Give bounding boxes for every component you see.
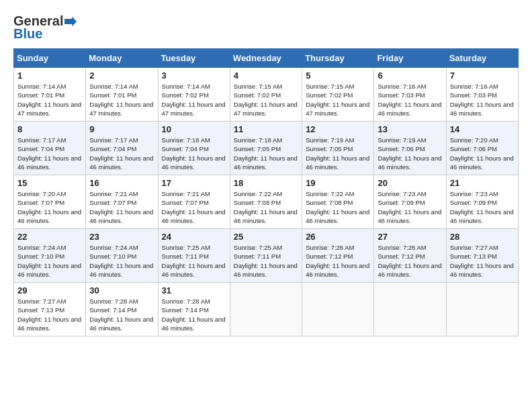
weekday-header-friday: Friday	[374, 49, 446, 68]
day-info: Sunrise: 7:16 AM Sunset: 7:03 PM Dayligh…	[450, 82, 515, 118]
day-number: 14	[450, 124, 515, 134]
calendar-cell: 2Sunrise: 7:14 AM Sunset: 7:01 PM Daylig…	[86, 68, 158, 122]
calendar-cell: 14Sunrise: 7:20 AM Sunset: 7:06 PM Dayli…	[446, 122, 518, 175]
calendar-cell: 24Sunrise: 7:25 AM Sunset: 7:11 PM Dayli…	[158, 229, 230, 283]
logo-blue: Blue	[13, 26, 42, 42]
day-number: 16	[89, 178, 154, 188]
day-number: 9	[89, 124, 154, 134]
day-number: 22	[17, 232, 82, 242]
calendar-cell: 27Sunrise: 7:26 AM Sunset: 7:12 PM Dayli…	[374, 229, 446, 283]
day-number: 13	[378, 124, 442, 134]
day-info: Sunrise: 7:25 AM Sunset: 7:11 PM Dayligh…	[234, 243, 298, 279]
calendar-cell: 17Sunrise: 7:21 AM Sunset: 7:07 PM Dayli…	[158, 175, 230, 229]
calendar-cell: 7Sunrise: 7:16 AM Sunset: 7:03 PM Daylig…	[446, 68, 518, 122]
day-number: 26	[306, 232, 370, 242]
day-info: Sunrise: 7:20 AM Sunset: 7:06 PM Dayligh…	[450, 136, 515, 171]
calendar-cell: 19Sunrise: 7:22 AM Sunset: 7:08 PM Dayli…	[302, 175, 374, 229]
day-number: 27	[378, 232, 442, 242]
calendar-cell: 31Sunrise: 7:28 AM Sunset: 7:14 PM Dayli…	[158, 283, 230, 336]
day-info: Sunrise: 7:22 AM Sunset: 7:08 PM Dayligh…	[306, 189, 370, 225]
calendar-cell: 25Sunrise: 7:25 AM Sunset: 7:11 PM Dayli…	[230, 229, 302, 283]
day-info: Sunrise: 7:19 AM Sunset: 7:06 PM Dayligh…	[378, 136, 442, 171]
calendar-table: SundayMondayTuesdayWednesdayThursdayFrid…	[13, 48, 519, 336]
day-info: Sunrise: 7:18 AM Sunset: 7:04 PM Dayligh…	[162, 136, 226, 171]
calendar-cell: 15Sunrise: 7:20 AM Sunset: 7:07 PM Dayli…	[14, 175, 86, 229]
day-info: Sunrise: 7:18 AM Sunset: 7:05 PM Dayligh…	[234, 136, 298, 171]
calendar-cell: 26Sunrise: 7:26 AM Sunset: 7:12 PM Dayli…	[302, 229, 374, 283]
day-info: Sunrise: 7:19 AM Sunset: 7:05 PM Dayligh…	[306, 136, 370, 171]
logo-arrow-icon	[64, 16, 77, 27]
day-number: 10	[162, 124, 226, 134]
day-number: 5	[306, 71, 370, 81]
calendar-header-row: SundayMondayTuesdayWednesdayThursdayFrid…	[14, 49, 519, 68]
day-info: Sunrise: 7:17 AM Sunset: 7:04 PM Dayligh…	[17, 136, 82, 171]
calendar-cell: 21Sunrise: 7:23 AM Sunset: 7:09 PM Dayli…	[446, 175, 518, 229]
day-number: 21	[450, 178, 515, 188]
day-info: Sunrise: 7:15 AM Sunset: 7:02 PM Dayligh…	[306, 82, 370, 118]
day-number: 1	[17, 71, 82, 81]
day-number: 7	[450, 71, 515, 81]
calendar-cell: 28Sunrise: 7:27 AM Sunset: 7:13 PM Dayli…	[446, 229, 518, 283]
day-info: Sunrise: 7:23 AM Sunset: 7:09 PM Dayligh…	[378, 189, 442, 225]
day-info: Sunrise: 7:14 AM Sunset: 7:02 PM Dayligh…	[162, 82, 226, 118]
day-info: Sunrise: 7:27 AM Sunset: 7:13 PM Dayligh…	[450, 243, 515, 279]
calendar-week-row: 8Sunrise: 7:17 AM Sunset: 7:04 PM Daylig…	[14, 122, 519, 175]
day-info: Sunrise: 7:14 AM Sunset: 7:01 PM Dayligh…	[17, 82, 82, 118]
day-number: 25	[234, 232, 298, 242]
day-number: 20	[378, 178, 442, 188]
day-number: 12	[306, 124, 370, 134]
calendar-week-row: 1Sunrise: 7:14 AM Sunset: 7:01 PM Daylig…	[14, 68, 519, 122]
day-info: Sunrise: 7:24 AM Sunset: 7:10 PM Dayligh…	[17, 243, 82, 279]
day-info: Sunrise: 7:15 AM Sunset: 7:02 PM Dayligh…	[234, 82, 298, 118]
day-info: Sunrise: 7:27 AM Sunset: 7:13 PM Dayligh…	[17, 297, 82, 332]
day-info: Sunrise: 7:26 AM Sunset: 7:12 PM Dayligh…	[306, 243, 370, 279]
day-info: Sunrise: 7:28 AM Sunset: 7:14 PM Dayligh…	[162, 297, 226, 332]
day-info: Sunrise: 7:16 AM Sunset: 7:03 PM Dayligh…	[378, 82, 442, 118]
day-info: Sunrise: 7:23 AM Sunset: 7:09 PM Dayligh…	[450, 189, 515, 225]
weekday-header-thursday: Thursday	[302, 49, 374, 68]
calendar-cell: 12Sunrise: 7:19 AM Sunset: 7:05 PM Dayli…	[302, 122, 374, 175]
day-number: 4	[234, 71, 298, 81]
calendar-cell: 4Sunrise: 7:15 AM Sunset: 7:02 PM Daylig…	[230, 68, 302, 122]
day-number: 18	[234, 178, 298, 188]
day-number: 2	[89, 71, 154, 81]
day-info: Sunrise: 7:21 AM Sunset: 7:07 PM Dayligh…	[162, 189, 226, 225]
day-number: 24	[162, 232, 226, 242]
page-header: General Blue	[13, 13, 519, 42]
day-number: 17	[162, 178, 226, 188]
day-number: 8	[17, 124, 82, 134]
calendar-cell: 3Sunrise: 7:14 AM Sunset: 7:02 PM Daylig…	[158, 68, 230, 122]
calendar-week-row: 22Sunrise: 7:24 AM Sunset: 7:10 PM Dayli…	[14, 229, 519, 283]
day-info: Sunrise: 7:14 AM Sunset: 7:01 PM Dayligh…	[89, 82, 154, 118]
calendar-cell: 23Sunrise: 7:24 AM Sunset: 7:10 PM Dayli…	[86, 229, 158, 283]
day-number: 29	[17, 285, 82, 295]
calendar-week-row: 29Sunrise: 7:27 AM Sunset: 7:13 PM Dayli…	[14, 283, 519, 336]
day-number: 30	[89, 285, 154, 295]
day-number: 11	[234, 124, 298, 134]
calendar-cell: 8Sunrise: 7:17 AM Sunset: 7:04 PM Daylig…	[14, 122, 86, 175]
calendar-cell	[446, 283, 518, 336]
calendar-cell: 30Sunrise: 7:28 AM Sunset: 7:14 PM Dayli…	[86, 283, 158, 336]
calendar-cell: 11Sunrise: 7:18 AM Sunset: 7:05 PM Dayli…	[230, 122, 302, 175]
calendar-cell: 22Sunrise: 7:24 AM Sunset: 7:10 PM Dayli…	[14, 229, 86, 283]
day-number: 19	[306, 178, 370, 188]
calendar-cell: 20Sunrise: 7:23 AM Sunset: 7:09 PM Dayli…	[374, 175, 446, 229]
calendar-cell: 16Sunrise: 7:21 AM Sunset: 7:07 PM Dayli…	[86, 175, 158, 229]
day-number: 6	[378, 71, 442, 81]
weekday-header-tuesday: Tuesday	[158, 49, 230, 68]
calendar-cell	[230, 283, 302, 336]
calendar-cell	[302, 283, 374, 336]
calendar-cell: 29Sunrise: 7:27 AM Sunset: 7:13 PM Dayli…	[14, 283, 86, 336]
weekday-header-sunday: Sunday	[14, 49, 86, 68]
day-number: 28	[450, 232, 515, 242]
day-number: 23	[89, 232, 154, 242]
day-info: Sunrise: 7:24 AM Sunset: 7:10 PM Dayligh…	[89, 243, 154, 279]
calendar-cell: 6Sunrise: 7:16 AM Sunset: 7:03 PM Daylig…	[374, 68, 446, 122]
calendar-cell: 10Sunrise: 7:18 AM Sunset: 7:04 PM Dayli…	[158, 122, 230, 175]
calendar-cell: 5Sunrise: 7:15 AM Sunset: 7:02 PM Daylig…	[302, 68, 374, 122]
day-info: Sunrise: 7:17 AM Sunset: 7:04 PM Dayligh…	[89, 136, 154, 171]
calendar-cell: 9Sunrise: 7:17 AM Sunset: 7:04 PM Daylig…	[86, 122, 158, 175]
svg-marker-0	[64, 16, 77, 26]
calendar-cell: 18Sunrise: 7:22 AM Sunset: 7:08 PM Dayli…	[230, 175, 302, 229]
weekday-header-wednesday: Wednesday	[230, 49, 302, 68]
